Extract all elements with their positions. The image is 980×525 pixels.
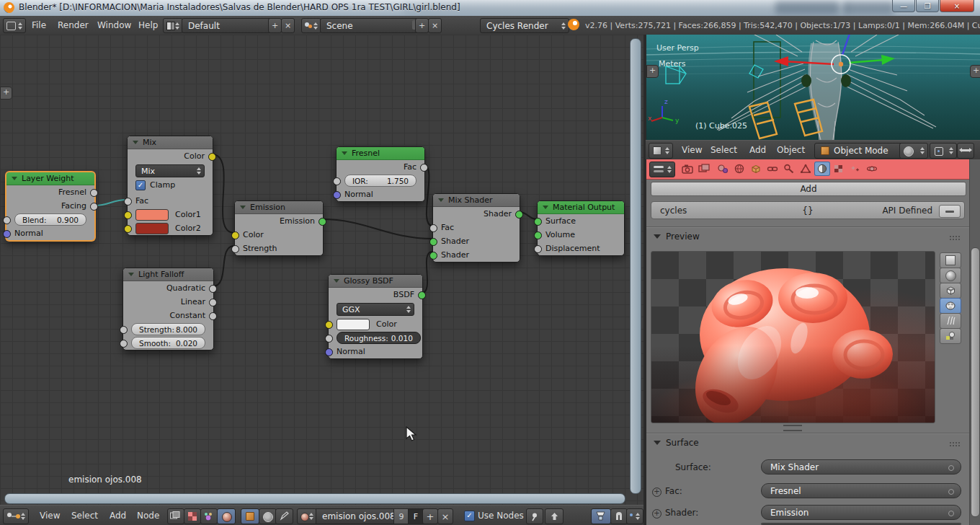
preview-sphere-button[interactable] [940, 268, 961, 283]
pin-button[interactable] [526, 508, 543, 524]
scene-close-button[interactable]: × [428, 18, 442, 33]
shader-expand-icon[interactable]: + [652, 509, 662, 519]
preview-panel-header[interactable]: Preview [654, 231, 700, 242]
preview-hair-button[interactable] [940, 313, 961, 329]
menu-view[interactable]: View [682, 145, 702, 155]
manipulator-toggle-button[interactable] [957, 143, 974, 159]
snap-toggle-button[interactable] [610, 508, 628, 524]
socket-input-color2[interactable] [124, 225, 132, 233]
socket-input-normal[interactable] [333, 191, 341, 199]
node-mix-shader[interactable]: Mix Shader Shader Fac Shader Shader [432, 193, 520, 262]
layout-close-button[interactable]: × [281, 18, 295, 33]
socket-input-color1[interactable] [124, 211, 132, 219]
material-datablock-row[interactable]: cycles {} API Defined [651, 201, 965, 219]
collapse-triangle-icon[interactable] [12, 177, 17, 180]
socket-input-displacement[interactable] [534, 245, 542, 253]
socket-input-normal[interactable] [325, 348, 333, 356]
preview-flat-button[interactable] [940, 252, 961, 268]
region-expand-tab[interactable]: + [0, 87, 12, 100]
shader-tree-button-active[interactable] [217, 508, 236, 524]
tab-material[interactable] [814, 162, 830, 176]
panel-drag-dots-icon[interactable] [949, 441, 961, 446]
surface-panel-header[interactable]: Surface [654, 438, 699, 448]
close-button[interactable]: × [940, 0, 974, 12]
editor-type-button[interactable] [3, 18, 26, 33]
menu-select[interactable]: Select [710, 145, 737, 155]
minimize-button[interactable]: — [892, 0, 915, 12]
node-fresnel[interactable]: Fresnel Fac IOR: 1.750 Normal [336, 146, 425, 202]
menu-select[interactable]: Select [71, 511, 98, 521]
node-material-output[interactable]: Material Output Surface Volume Displacem… [537, 200, 625, 256]
add-material-slot-button[interactable]: Add [651, 182, 966, 196]
tab-constraints[interactable] [765, 162, 780, 176]
properties-scrollbar-thumb[interactable] [971, 247, 980, 517]
fac-expand-icon[interactable]: + [652, 488, 662, 497]
horizontal-scrollbar[interactable] [4, 493, 625, 504]
menu-window[interactable]: Window [97, 20, 131, 30]
render-engine-dropdown[interactable]: Cycles Render [480, 18, 569, 33]
viewport-shading-dropdown[interactable] [899, 143, 928, 159]
tab-world[interactable] [731, 162, 747, 176]
backdrop-toggle-button[interactable] [591, 508, 611, 524]
surface-shader-dropdown[interactable]: Mix Shader [761, 459, 961, 475]
menu-help[interactable]: Help [138, 20, 158, 30]
socket-output-emission[interactable] [318, 218, 326, 226]
restore-button[interactable]: ❐ [916, 0, 939, 12]
use-nodes-checkbox[interactable]: ✓ [464, 511, 475, 521]
smooth-slider[interactable]: Smooth: 0.020 [131, 337, 205, 349]
clamp-checkbox[interactable]: ✓ [135, 180, 146, 190]
panel-drag-dots-icon[interactable] [949, 235, 961, 240]
socket-input-blend[interactable] [3, 216, 11, 224]
tab-object[interactable] [748, 162, 764, 176]
socket-input-volume[interactable] [534, 231, 542, 239]
object-shader-button[interactable] [241, 508, 259, 524]
tab-texture[interactable] [831, 162, 847, 176]
tab-render-layers[interactable] [696, 162, 712, 176]
layout-selector-icon-button[interactable] [163, 18, 183, 33]
tab-modifiers[interactable] [781, 162, 797, 176]
menu-add[interactable]: Add [110, 511, 126, 521]
world-shader-button[interactable] [259, 508, 277, 524]
node-editor[interactable]: + Layer Weight Fresnel Facing Blend: 0.9… [0, 35, 644, 505]
socket-input-fac[interactable] [429, 224, 437, 232]
menu-file[interactable]: File [32, 20, 46, 30]
tab-scene[interactable] [715, 162, 731, 176]
texture-tree-button[interactable] [184, 508, 201, 524]
glossy-distribution-dropdown[interactable]: GGX [337, 303, 414, 316]
braces-field[interactable]: {} [802, 206, 813, 216]
collapse-triangle-icon[interactable] [342, 151, 347, 155]
socket-output-color[interactable] [208, 153, 216, 161]
ior-slider[interactable]: IOR: 1.750 [344, 175, 416, 187]
node-emission[interactable]: Emission Emission Color Strength [234, 200, 324, 256]
linestyle-shader-button[interactable] [275, 508, 293, 524]
preview-monkey-button[interactable] [940, 298, 961, 314]
collapse-triangle-icon[interactable] [240, 206, 246, 209]
vertical-scrollbar[interactable] [630, 38, 641, 494]
collapse-triangle-icon[interactable] [334, 279, 339, 283]
collapse-triangle-icon[interactable] [438, 198, 444, 202]
socket-input-ior[interactable] [333, 177, 341, 185]
viewport-3d[interactable]: User Persp Meters (1) Cube.025 z x y + + [646, 35, 980, 140]
glossy-color-swatch[interactable] [337, 319, 370, 330]
shader-tree-image-button[interactable] [167, 508, 184, 524]
menu-node[interactable]: Node [137, 511, 159, 521]
socket-input-color[interactable] [231, 231, 239, 239]
socket-input-strength[interactable] [231, 245, 239, 253]
fac-dropdown[interactable]: Fresnel [761, 483, 961, 498]
editor-type-button[interactable] [649, 143, 673, 159]
scene-selector-icon-button[interactable] [301, 18, 321, 33]
collapse-triangle-icon[interactable] [543, 206, 548, 209]
area-splitter-vertical[interactable] [643, 35, 646, 525]
node-light-falloff[interactable]: Light Falloff Quadratic Linear Constant … [122, 268, 214, 350]
shader-dropdown[interactable]: Emission [761, 505, 961, 520]
tab-object-data[interactable] [798, 162, 814, 176]
material-users-count[interactable]: 9 [393, 508, 409, 524]
scene-name-field[interactable]: Scene 2 [320, 18, 427, 33]
socket-output-fac[interactable] [420, 164, 428, 172]
interaction-mode-dropdown[interactable]: Object Mode [814, 143, 908, 159]
blend-slider[interactable]: Blend: 0.900 [14, 213, 86, 226]
compositing-tree-button[interactable] [200, 508, 218, 524]
pivot-point-dropdown[interactable] [930, 143, 957, 159]
fake-user-button[interactable]: F [408, 508, 424, 524]
snap-mode-dropdown[interactable] [626, 508, 643, 524]
